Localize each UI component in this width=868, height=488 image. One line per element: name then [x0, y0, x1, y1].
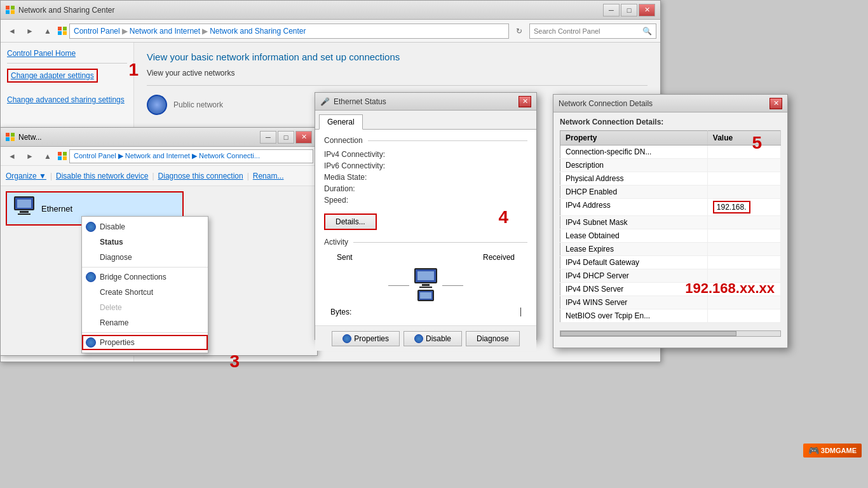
connection-line [368, 140, 527, 141]
ethernet-status-close-btn[interactable]: ✕ [519, 96, 531, 107]
properties-footer-btn[interactable]: Properties [332, 331, 400, 346]
netconn-path-text: Control Panel ▶ Network and Internet ▶ N… [74, 152, 260, 160]
ipv4-address-value: 192.168. [713, 201, 750, 214]
ipv4-conn-row: IPv4 Connectivity: [324, 149, 527, 160]
ctx-rename[interactable]: Rename [82, 315, 208, 330]
value-cell [707, 243, 780, 256]
step5-badge: 5 [752, 133, 762, 153]
ethernet-status-title: Ethernet Status [334, 97, 386, 106]
speed-row: Speed: [324, 194, 527, 206]
media-state-label: Media State: [324, 173, 388, 182]
ctx-diagnose-label: Diagnose [100, 253, 132, 262]
property-column-header: Property [560, 131, 708, 146]
value-cell: 192.168. [707, 199, 780, 216]
refresh-button[interactable]: ↻ [512, 24, 527, 39]
property-cell: IPv4 Default Gateway [560, 256, 708, 269]
property-cell: DHCP Enabled [560, 186, 708, 199]
netconn-path[interactable]: Control Panel ▶ Network and Internet ▶ N… [69, 149, 313, 163]
property-cell: Description [560, 159, 708, 172]
ctx-status[interactable]: Status [82, 234, 208, 250]
close-button[interactable]: ✕ [639, 4, 655, 17]
ctx-delete-label: Delete [100, 303, 122, 312]
stand [20, 211, 29, 213]
ctx-props-icon [86, 337, 96, 348]
rename-btn[interactable]: Renam... [253, 172, 284, 180]
netconn-titlebar-btns: ─ □ ✕ [260, 131, 312, 144]
ctx-diagnose[interactable]: Diagnose [82, 250, 208, 265]
back-button[interactable]: ◄ [4, 24, 20, 39]
up-button[interactable]: ▲ [40, 24, 55, 39]
watermark-badge: 🎮 3DMGAME [803, 444, 862, 458]
netconn-close-btn[interactable]: ✕ [295, 131, 312, 144]
received-label: Received [483, 253, 515, 262]
details-table-row: IPv4 Address192.168. [560, 199, 781, 216]
change-advanced-link[interactable]: Change advanced sharing settings [7, 95, 127, 104]
address-path[interactable]: Control Panel ▶ Network and Internet ▶ N… [69, 24, 509, 39]
scrollbar-thumb[interactable] [560, 331, 736, 336]
recv-arrow-icon: ——— [442, 281, 463, 288]
ctx-rename-label: Rename [100, 318, 128, 327]
change-adapter-link[interactable]: Change adapter settings [11, 71, 94, 80]
ctx-bridge-icon [86, 272, 96, 282]
value-cell [707, 172, 780, 186]
property-cell: IPv4 Address [560, 199, 708, 216]
netconn-address-bar: ◄ ► ▲ Control Panel ▶ Network and Intern… [1, 147, 317, 166]
ctx-shortcut[interactable]: Create Shortcut [82, 285, 208, 300]
path-network-sharing[interactable]: Network and Sharing Center [210, 27, 306, 36]
bytes-bar [520, 308, 521, 316]
value-column-header: Value [707, 131, 780, 146]
content-divider [147, 85, 648, 86]
ctx-bridge[interactable]: Bridge Connections [82, 269, 208, 285]
value-cell [707, 229, 780, 243]
details-close-btn[interactable]: ✕ [770, 98, 782, 109]
sidebar-home-link[interactable]: Control Panel Home [7, 49, 127, 58]
ctx-properties[interactable]: Properties [82, 335, 208, 350]
maximize-button[interactable]: □ [621, 4, 637, 17]
address-bar-refresh-area: ↻ [512, 24, 527, 39]
network-type: Public network [173, 100, 223, 109]
diagnose-conn-btn[interactable]: Diagnose this connection [158, 172, 243, 180]
change-adapter-box: Change adapter settings [7, 69, 98, 83]
diagnose-footer-btn[interactable]: Diagnose [466, 331, 520, 346]
horizontal-scrollbar[interactable] [560, 330, 781, 337]
path-network-internet[interactable]: Network and Internet [130, 27, 200, 36]
minimize-button[interactable]: ─ [603, 4, 620, 17]
details-table-row: IPv4 Default Gateway [560, 256, 781, 269]
forward-button[interactable]: ► [22, 24, 37, 39]
netconn-icon [6, 133, 15, 142]
ethernet-label: Ethernet [41, 204, 72, 214]
netconn-forward-btn[interactable]: ► [22, 149, 37, 164]
details-button[interactable]: Details... [325, 215, 376, 229]
netconn-maximize-btn[interactable]: □ [278, 131, 294, 144]
main-window-title: Network and Sharing Center [18, 6, 114, 15]
details-table-row: Lease Expires [560, 243, 781, 256]
value-cell [707, 256, 780, 269]
address-bar-icon [58, 27, 67, 36]
path-control-panel[interactable]: Control Panel [74, 27, 120, 36]
search-box[interactable]: 🔍 [529, 24, 656, 39]
ethernet-status-tabs: General [315, 111, 536, 130]
organize-btn[interactable]: Organize ▼ [6, 172, 46, 180]
sidebar-divider [7, 63, 127, 64]
netconn-up-btn[interactable]: ▲ [40, 149, 55, 164]
netconn-path-icon [58, 152, 67, 161]
details-table-row: NetBIOS over Tcpip En... [560, 309, 781, 323]
tab-general[interactable]: General [319, 114, 363, 130]
connection-label: Connection [324, 136, 363, 145]
search-icon[interactable]: 🔍 [642, 27, 652, 36]
value-cell [707, 296, 780, 309]
property-cell: Connection-specific DN... [560, 146, 708, 159]
details-btn-box: Details... [324, 214, 377, 230]
activity-line [353, 242, 527, 243]
details-table-row: IPv4 WINS Server [560, 296, 781, 309]
property-cell: Lease Obtained [560, 229, 708, 243]
search-input[interactable] [534, 27, 640, 35]
media-state-row: Media State: [324, 172, 527, 183]
ctx-disable[interactable]: Disable [82, 219, 208, 234]
disable-device-btn[interactable]: Disable this network device [56, 172, 148, 180]
netconn-minimize-btn[interactable]: ─ [260, 131, 276, 144]
big-ip-annotation: 192.168.xx.xx [685, 280, 775, 297]
netconn-back-btn[interactable]: ◄ [4, 149, 20, 164]
disable-footer-btn[interactable]: Disable [403, 331, 462, 346]
netconn-titlebar: Netw... ─ □ ✕ [1, 128, 317, 147]
